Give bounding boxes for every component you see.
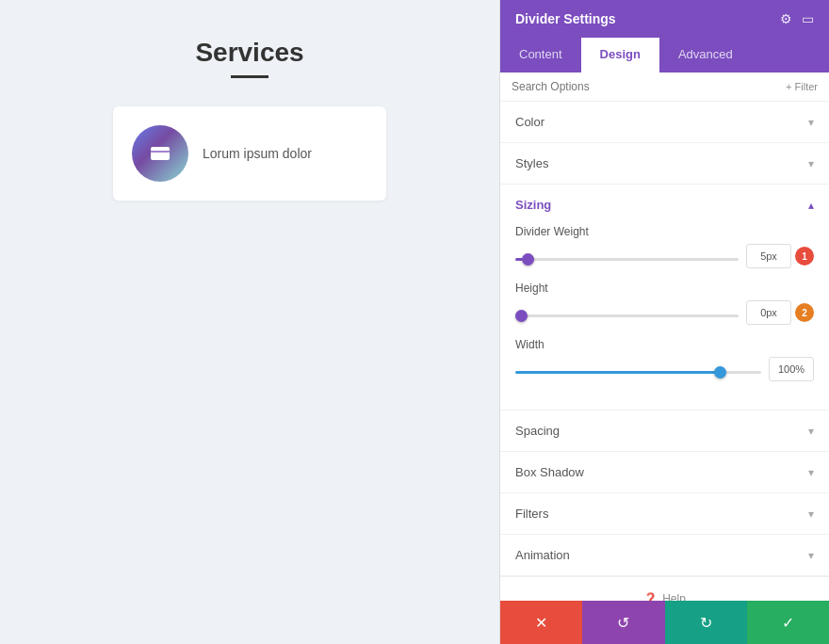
filters-header[interactable]: Filters ▾	[500, 493, 829, 534]
color-chevron: ▾	[808, 116, 814, 129]
divider-weight-value-box: 5px 1	[746, 244, 814, 268]
box-shadow-header[interactable]: Box Shadow ▾	[500, 452, 829, 492]
settings-icon[interactable]: ⚙	[780, 11, 792, 26]
canvas-area: Services Lorum ipsum dolor	[0, 0, 499, 644]
card-icon	[132, 125, 188, 182]
styles-label: Styles	[515, 156, 548, 170]
settings-panel: Divider Settings ⚙ ▭ Content Design Adva…	[499, 0, 829, 644]
divider-weight-slider[interactable]	[515, 258, 739, 261]
expand-icon[interactable]: ▭	[802, 11, 814, 26]
tab-content[interactable]: Content	[500, 38, 581, 72]
svg-rect-0	[151, 147, 170, 160]
box-shadow-section: Box Shadow ▾	[500, 452, 829, 493]
panel-footer: ✕ ↺ ↻ ✓	[500, 601, 829, 644]
width-track-container	[515, 361, 761, 378]
filters-label: Filters	[515, 507, 548, 521]
tab-advanced[interactable]: Advanced	[659, 38, 752, 72]
undo-icon: ↺	[617, 614, 629, 632]
divider-weight-badge: 1	[795, 247, 814, 266]
filters-chevron: ▾	[808, 507, 814, 521]
sizing-content: Divider Weight 5px 1 Height	[500, 225, 829, 410]
panel-title: Divider Settings	[515, 11, 616, 26]
panel-body: Color ▾ Styles ▾ Sizing ▴ Divider Weight	[500, 102, 829, 601]
spacing-header[interactable]: Spacing ▾	[500, 411, 829, 451]
box-shadow-label: Box Shadow	[515, 465, 584, 479]
panel-tabs: Content Design Advanced	[500, 38, 829, 72]
confirm-button[interactable]: ✓	[747, 601, 829, 644]
spacing-chevron: ▾	[808, 425, 814, 438]
card-icon-svg	[149, 142, 171, 165]
redo-icon: ↻	[700, 614, 712, 632]
undo-button[interactable]: ↺	[582, 601, 664, 644]
help-link[interactable]: ❓ Help	[515, 592, 814, 601]
divider-weight-input[interactable]: 5px	[746, 244, 791, 268]
width-input[interactable]: 100%	[769, 357, 814, 381]
sizing-header[interactable]: Sizing ▴	[500, 185, 829, 225]
search-bar: + Filter	[500, 72, 829, 102]
box-shadow-chevron: ▾	[808, 466, 814, 479]
redo-button[interactable]: ↻	[665, 601, 747, 644]
width-slider[interactable]	[515, 371, 761, 374]
tab-design[interactable]: Design	[581, 38, 659, 72]
spacing-label: Spacing	[515, 424, 560, 438]
width-value-box: 100%	[769, 357, 814, 381]
panel-help: ❓ Help	[500, 576, 829, 601]
search-input[interactable]	[512, 80, 778, 93]
styles-header[interactable]: Styles ▾	[500, 143, 829, 184]
help-icon: ❓	[643, 592, 658, 601]
divider-weight-track-container	[515, 248, 739, 265]
width-row: Width 100%	[515, 338, 814, 381]
page-title: Services	[195, 38, 303, 68]
height-slider[interactable]	[515, 314, 739, 317]
height-row: Height 0px 2	[515, 282, 814, 325]
filters-section: Filters ▾	[500, 493, 829, 535]
width-label: Width	[515, 338, 814, 351]
divider-weight-label: Divider Weight	[515, 225, 814, 238]
sizing-label: Sizing	[515, 198, 551, 212]
spacing-section: Spacing ▾	[500, 411, 829, 452]
cancel-button[interactable]: ✕	[500, 601, 582, 644]
confirm-icon: ✓	[782, 614, 794, 632]
height-label: Height	[515, 282, 814, 295]
card-text: Lorum ipsum dolor	[203, 146, 312, 161]
animation-header[interactable]: Animation ▾	[500, 535, 829, 575]
divider-weight-row: Divider Weight 5px 1	[515, 225, 814, 268]
divider-weight-control: 5px 1	[515, 244, 814, 268]
title-divider	[231, 75, 268, 78]
height-input[interactable]: 0px	[746, 300, 791, 325]
animation-label: Animation	[515, 548, 570, 562]
height-badge: 2	[795, 303, 814, 322]
sizing-section: Sizing ▴ Divider Weight 5px 1	[500, 185, 829, 411]
height-track-container	[515, 304, 739, 321]
cancel-icon: ✕	[535, 614, 547, 632]
styles-chevron: ▾	[808, 157, 814, 170]
panel-header: Divider Settings ⚙ ▭	[500, 0, 829, 38]
sizing-chevron: ▴	[808, 199, 814, 212]
filter-button[interactable]: + Filter	[786, 81, 818, 92]
color-header[interactable]: Color ▾	[500, 102, 829, 142]
content-card: Lorum ipsum dolor	[113, 106, 386, 201]
panel-header-icons: ⚙ ▭	[780, 11, 814, 26]
animation-section: Animation ▾	[500, 535, 829, 576]
help-text: Help	[662, 592, 686, 601]
page-title-section: Services	[195, 38, 303, 78]
color-section: Color ▾	[500, 102, 829, 143]
width-control: 100%	[515, 357, 814, 381]
height-control: 0px 2	[515, 300, 814, 325]
animation-chevron: ▾	[808, 549, 814, 562]
height-value-box: 0px 2	[746, 300, 814, 325]
styles-section: Styles ▾	[500, 143, 829, 185]
color-label: Color	[515, 115, 545, 129]
